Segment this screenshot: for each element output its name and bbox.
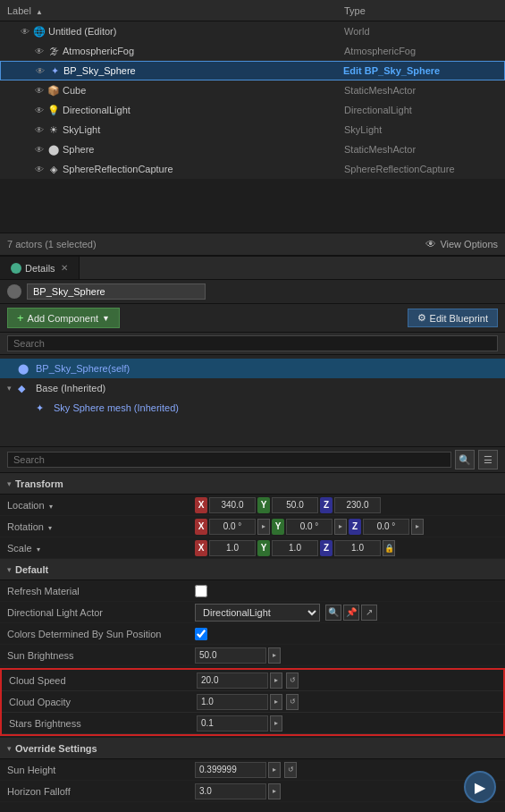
cloud-opacity-input[interactable] [197,694,268,710]
rotation-z-arr[interactable]: ▸ [411,519,424,535]
eye-icon[interactable]: 👁 [32,83,46,97]
eye-icon[interactable]: 👁 [18,24,32,38]
cloud-speed-row: Cloud Speed ▸ ↺ [2,670,503,691]
rotation-drop-icon[interactable]: ▾ [48,524,52,532]
override-section-header[interactable]: ▾ Override Settings [0,738,505,759]
section-collapse-icon: ▾ [7,479,12,488]
eye-icon[interactable]: 👁 [32,162,46,176]
horizon-falloff-row: Horizon Falloff ▸ [0,781,505,802]
scale-lock-icon[interactable]: 🔒 [383,540,395,556]
rotation-x-arr[interactable]: ▸ [257,519,270,535]
actor-type: AtmosphericFog [344,46,505,56]
horizon-falloff-input[interactable] [195,783,266,799]
details-toolbar: + Add Component ▼ ⚙ Edit Blueprint [0,304,505,333]
actor-label: Cube [63,85,344,96]
rotation-y-arr[interactable]: ▸ [334,519,347,535]
cloud-speed-reset[interactable]: ↺ [286,672,299,689]
stars-brightness-input[interactable] [197,715,268,732]
actor-sphere-icon [7,284,21,299]
actor-row-sphere[interactable]: 👁 ⬤ Sphere StaticMeshActor [0,140,505,159]
actor-type: SkyLight [344,124,505,135]
component-item-self[interactable]: ⬤ BP_Sky_Sphere(self) [0,359,505,378]
col-label[interactable]: Label ▲ [0,5,344,16]
highlighted-properties-group: Cloud Speed ▸ ↺ Cloud Opacity ▸ ↺ Stars … [0,668,505,736]
actor-row-fog[interactable]: 👁 🌫 AtmosphericFog AtmosphericFog [0,41,505,61]
eye-icon[interactable]: 👁 [32,142,46,156]
directional-light-actor-select[interactable]: DirectionalLight [195,604,320,622]
override-section-title: Override Settings [15,743,97,754]
actor-row-untitled[interactable]: 👁 🌐 Untitled (Editor) World [0,21,505,41]
component-base-icon: ◆ [18,383,32,394]
search-icon[interactable]: 🔍 [455,450,475,469]
nav-actor-icon[interactable]: ↗ [361,605,377,621]
component-sky-mesh-label: Sky Sphere mesh (Inherited) [54,402,179,413]
scale-y-input[interactable] [272,540,318,556]
scale-z-input[interactable] [334,540,381,556]
pin-actor-icon[interactable]: 📌 [343,605,359,621]
colors-by-sun-value [195,628,498,640]
actor-row-bp-sky[interactable]: 👁 ✦ BP_Sky_Sphere Edit BP_Sky_Sphere [0,61,505,80]
component-item-sky-mesh[interactable]: ✦ Sky Sphere mesh (Inherited) [0,398,505,418]
refresh-material-checkbox[interactable] [195,585,207,597]
location-x-input[interactable] [209,497,256,513]
scale-x-input[interactable] [209,540,256,556]
component-item-base[interactable]: ▾ ◆ Base (Inherited) [0,378,505,398]
location-y-input[interactable] [272,497,318,513]
details-tab[interactable]: Details ✕ [0,257,80,279]
rz-axis-label: Z [349,519,361,535]
help-button[interactable]: ▶ [464,771,496,803]
component-mesh-icon: ✦ [36,402,50,414]
actor-type: StaticMeshActor [344,85,505,96]
default-section-header[interactable]: ▾ Default [0,559,505,580]
cloud-speed-arr[interactable]: ▸ [270,672,282,689]
scale-drop-icon[interactable]: ▾ [37,546,40,554]
edit-blueprint-button[interactable]: ⚙ Edit Blueprint [408,309,498,327]
transform-section-header[interactable]: ▾ Transform [0,473,505,495]
bp-icon: ✦ [47,63,62,78]
location-drop-icon[interactable]: ▾ [49,503,53,511]
component-search-input[interactable] [7,335,498,351]
location-z-input[interactable] [334,497,381,513]
filter-icon[interactable]: ☰ [478,450,498,469]
sun-height-input[interactable] [195,762,266,778]
cloud-speed-input[interactable] [197,672,268,689]
sun-height-reset[interactable]: ↺ [284,762,297,778]
sun-height-arr[interactable]: ▸ [268,762,281,778]
colors-by-sun-checkbox[interactable] [195,628,207,640]
stars-brightness-arr[interactable]: ▸ [270,715,282,732]
eye-icon[interactable]: 👁 [32,123,46,137]
refresh-material-row: Refresh Material [0,580,505,602]
ry-axis-label: Y [272,519,284,535]
search-actor-icon[interactable]: 🔍 [325,605,341,621]
actor-row-skylight[interactable]: 👁 ☀ SkyLight SkyLight [0,120,505,140]
scene-outliner: Label ▲ Type 👁 🌐 Untitled (Editor) World… [0,0,505,257]
rotation-property-row: Rotation ▾ X ▸ Y ▸ Z ▸ [0,516,505,537]
sphere-icon: ⬤ [46,142,61,156]
blueprint-icon: ⚙ [417,312,426,324]
eye-icon[interactable]: 👁 [33,63,47,78]
rotation-y-input[interactable] [286,519,332,535]
eye-icon[interactable]: 👁 [32,103,46,117]
add-component-button[interactable]: + Add Component ▼ [7,308,120,328]
eye-icon[interactable]: 👁 [32,44,46,58]
actor-name-input[interactable] [27,283,206,300]
rotation-x-input[interactable] [209,519,256,535]
sun-brightness-input[interactable] [195,647,266,664]
cloud-opacity-arr[interactable]: ▸ [270,694,282,710]
cloud-opacity-reset[interactable]: ↺ [286,694,299,710]
stars-brightness-value: ▸ [197,715,496,732]
actor-row-cube[interactable]: 👁 📦 Cube StaticMeshActor [0,80,505,100]
refresh-material-value [195,585,498,597]
actor-type: Edit BP_Sky_Sphere [343,65,504,76]
rotation-z-input[interactable] [363,519,409,535]
sun-brightness-arr[interactable]: ▸ [268,647,281,664]
component-base-label: Base (Inherited) [36,383,105,393]
horizon-falloff-arr[interactable]: ▸ [268,783,281,799]
properties-search-input[interactable] [7,452,451,468]
actor-row-directional[interactable]: 👁 💡 DirectionalLight DirectionalLight [0,100,505,120]
tab-close-button[interactable]: ✕ [61,263,68,273]
view-options-button[interactable]: 👁 View Options [422,238,498,250]
actor-row-reflection[interactable]: 👁 ◈ SphereReflectionCapture SphereReflec… [0,159,505,179]
mesh-icon: 📦 [46,83,61,97]
scale-label: Scale ▾ [7,543,195,554]
